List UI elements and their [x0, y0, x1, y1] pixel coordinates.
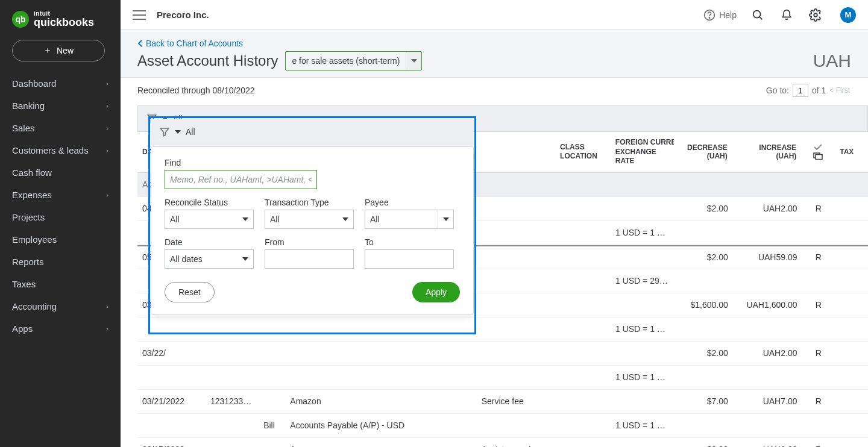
payee-label: Payee: [365, 198, 454, 207]
cell: 03/21/2022: [137, 396, 206, 406]
goto-input[interactable]: [793, 84, 808, 97]
sidebar: qb intuit quickbooks ＋ New Dashboard›Ban…: [0, 0, 121, 447]
help-label: Help: [719, 10, 737, 20]
svg-point-2: [753, 10, 761, 17]
sidebar-item-label: Banking: [12, 101, 45, 111]
cell: 1 USD = 1 UAH: [611, 420, 675, 430]
cell: 1 USD = 1 UAH: [611, 228, 675, 237]
table-subrow[interactable]: 1 USD = 1 UAH: [137, 366, 868, 390]
new-button-label: New: [57, 46, 74, 55]
table-row[interactable]: 03/17/2022AmazonAssistance charge$2.00UA…: [137, 438, 868, 447]
cell: Assistance charge: [477, 445, 556, 447]
sidebar-item-apps[interactable]: Apps›: [0, 317, 121, 340]
sidebar-item-banking[interactable]: Banking›: [0, 95, 121, 117]
account-select[interactable]: e for sale assets (short-term): [285, 51, 422, 70]
table-area: All DATE CLASSLOCATION FOREIGN CURRENCYE…: [121, 105, 868, 447]
table-subrow[interactable]: 1 USD = 1 UAH: [137, 317, 868, 342]
popover-filter-toggle[interactable]: All: [159, 127, 195, 137]
transaction-select[interactable]: All: [265, 210, 354, 229]
cell: 1 USD = 1 UAH: [611, 324, 675, 334]
cell: $2.00: [675, 252, 733, 262]
th-increase[interactable]: INCREASE (UAH): [733, 132, 802, 172]
cell: UAH2.00: [733, 445, 802, 447]
bell-icon[interactable]: [779, 7, 794, 23]
goto-label: Go to:: [766, 86, 789, 95]
cell: $1,600.00: [675, 300, 733, 310]
cell: R: [802, 252, 835, 262]
th-check[interactable]: [802, 132, 835, 172]
sidebar-item-label: Sales: [12, 123, 35, 133]
brand-logo: qb intuit quickbooks: [0, 0, 121, 36]
cell: Accounts Payable (A/P) - USD: [285, 420, 419, 430]
reconciled-status: Reconciled through 08/10/2022: [137, 86, 255, 95]
brand-product: quickbooks: [34, 17, 94, 28]
check-icon: [814, 144, 822, 150]
sidebar-item-label: Customers & leads: [12, 145, 89, 155]
reconcile-select[interactable]: All: [165, 210, 254, 229]
avatar[interactable]: M: [840, 7, 856, 23]
cell: Amazon: [285, 445, 419, 447]
sidebar-item-dashboard[interactable]: Dashboard›: [0, 72, 121, 95]
sidebar-item-reports[interactable]: Reports: [0, 251, 121, 273]
sidebar-item-label: Projects: [12, 212, 45, 222]
th-fx[interactable]: FOREIGN CURRENCYEXCHANGE RATE: [611, 132, 675, 172]
cell: Bill: [259, 420, 285, 430]
help-button[interactable]: Help: [703, 9, 737, 21]
gear-icon[interactable]: [808, 7, 823, 23]
sidebar-item-label: Expenses: [12, 190, 52, 200]
search-icon[interactable]: [750, 7, 766, 23]
table-row[interactable]: 03/22/$2.00UAH2.00R: [137, 342, 868, 366]
cell: R: [802, 348, 835, 358]
chevron-right-icon: ›: [106, 191, 108, 199]
sidebar-item-projects[interactable]: Projects: [0, 206, 121, 228]
cell: $2.00: [675, 445, 733, 447]
back-link[interactable]: Back to Chart of Accounts: [137, 39, 851, 48]
sidebar-item-cash-flow[interactable]: Cash flow: [0, 161, 121, 184]
reconcile-value: All: [170, 214, 180, 224]
date-select[interactable]: All dates: [165, 249, 254, 269]
sidebar-item-accounting[interactable]: Accounting›: [0, 295, 121, 317]
cell: R: [802, 300, 835, 310]
apply-button[interactable]: Apply: [412, 282, 460, 302]
th-class[interactable]: CLASSLOCATION: [555, 132, 611, 172]
reset-button[interactable]: Reset: [165, 282, 215, 302]
payee-select[interactable]: All: [365, 210, 454, 229]
table-row[interactable]: 03/21/20221231233123AmazonService fee$7.…: [137, 390, 868, 414]
from-input[interactable]: [265, 249, 354, 269]
copy-icon: [813, 152, 823, 160]
chevron-down-icon: [242, 217, 248, 221]
th-decrease[interactable]: DECREASE (UAH): [675, 132, 733, 172]
goto-first[interactable]: < First: [829, 86, 850, 95]
company-name: Precoro Inc.: [157, 10, 209, 20]
svg-point-4: [814, 13, 817, 17]
cell: $7.00: [675, 396, 733, 406]
sidebar-item-employees[interactable]: Employees: [0, 228, 121, 251]
cell: UAH2.00: [733, 204, 802, 213]
chevron-right-icon: ›: [106, 102, 108, 110]
to-input[interactable]: [365, 249, 454, 269]
table-subrow[interactable]: BillAccounts Payable (A/P) - USD1 USD = …: [137, 414, 868, 438]
sidebar-item-sales[interactable]: Sales›: [0, 117, 121, 139]
transaction-value: All: [270, 214, 280, 224]
find-input[interactable]: [165, 170, 317, 189]
menu-icon[interactable]: [133, 10, 146, 20]
cell: 03/17/2022: [137, 445, 206, 447]
new-button[interactable]: ＋ New: [12, 40, 105, 61]
cell: 1 USD = 29.54…: [611, 276, 675, 286]
cell: UAH2.00: [733, 348, 802, 358]
sidebar-item-expenses[interactable]: Expenses›: [0, 184, 121, 206]
sidebar-item-customers-leads[interactable]: Customers & leads›: [0, 139, 121, 161]
payee-value: All: [365, 214, 438, 224]
sidebar-item-label: Taxes: [12, 279, 36, 289]
reconcile-label: Reconcile Status: [165, 198, 254, 207]
cell: 1231233123: [206, 396, 259, 406]
chevron-right-icon: ›: [106, 302, 108, 311]
account-select-text: e for sale assets (short-term): [286, 56, 406, 66]
nav: Dashboard›Banking›Sales›Customers & lead…: [0, 72, 121, 447]
cell: 03/22/: [137, 348, 206, 358]
cell: R: [802, 445, 835, 447]
chevron-down-icon: [438, 210, 453, 228]
sidebar-item-taxes[interactable]: Taxes: [0, 273, 121, 295]
page-title: Asset Account History: [137, 52, 278, 69]
th-tax[interactable]: TAX: [835, 132, 868, 172]
